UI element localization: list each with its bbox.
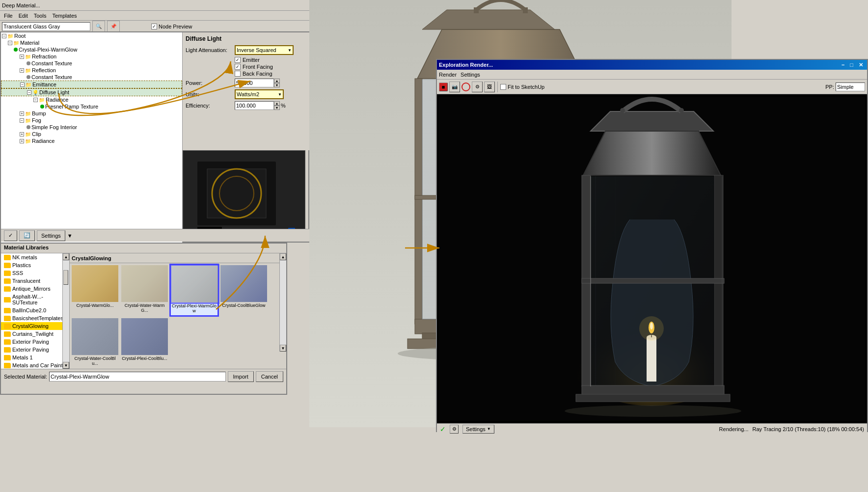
expand-material[interactable]: − xyxy=(8,41,12,45)
menu-tools[interactable]: Tools xyxy=(31,13,50,19)
tree-item-refraction[interactable]: + 📁 Refraction xyxy=(1,53,182,60)
lib-ext-paving-2[interactable]: Exterior Paving xyxy=(1,346,69,354)
menu-templates[interactable]: Templates xyxy=(49,13,80,19)
thumb-crystal-plexi-warm[interactable]: Crystal-Plexi-WarmGlow xyxy=(171,265,217,315)
tree-item-diffuse-light[interactable]: − 💡 Diffuse Light xyxy=(1,88,182,96)
reset-button[interactable]: 🔄 xyxy=(19,230,35,241)
attenuation-dropdown[interactable]: Inverse Squared ▼ xyxy=(235,45,294,55)
front-facing-checkbox[interactable]: ✓ xyxy=(235,64,241,70)
search-input[interactable] xyxy=(2,22,90,31)
bump-icon: 📁 xyxy=(25,111,31,116)
expand-emittance[interactable]: − xyxy=(20,82,25,87)
tree-label-fog-interior: Simple Fog Interior xyxy=(31,124,77,130)
back-facing-checkbox[interactable] xyxy=(235,71,241,77)
render-menu-render[interactable]: Render xyxy=(439,72,457,78)
lib-ballin[interactable]: BallInCube2.0 xyxy=(1,306,69,314)
lib-ext-paving-1[interactable]: Exterior Paving xyxy=(1,338,69,346)
lib-plastics[interactable]: Plastics xyxy=(1,261,69,269)
expand-diffuse-light[interactable]: − xyxy=(27,90,31,95)
thumb-crystal-cool-blue[interactable]: Crystal-CoolBlueGlow xyxy=(220,265,267,315)
render-status-text: Rendering... xyxy=(719,426,749,432)
tree-item-bump[interactable]: + 📁 Bump xyxy=(1,110,182,117)
svg-point-43 xyxy=(639,316,664,341)
maximize-btn[interactable]: □ xyxy=(848,62,855,68)
tree-item-emittance[interactable]: − 📁 Emittance xyxy=(1,81,182,88)
scroll-thumb[interactable] xyxy=(63,270,68,285)
expand-radiance-1[interactable]: − xyxy=(33,98,38,102)
tree-item-root[interactable]: − 📁 Root xyxy=(1,32,182,39)
menu-edit[interactable]: Edit xyxy=(16,13,31,19)
tree-item-const-tex-1[interactable]: Constant Texture xyxy=(1,60,182,67)
pp-input[interactable] xyxy=(836,82,865,91)
tree-item-fresnel[interactable]: Fresnel Ramp Texture xyxy=(1,103,182,110)
expand-radiance-2[interactable]: + xyxy=(20,139,24,143)
lib-metals-car[interactable]: Metals and Car Paints xyxy=(1,361,69,369)
minimize-btn[interactable]: − xyxy=(840,62,846,68)
expand-bump[interactable]: + xyxy=(20,111,24,116)
thumb-crystal-warm[interactable]: Crystal-WarmGlo... xyxy=(72,265,118,315)
lib-crystal-glowing[interactable]: CrystalGlowing xyxy=(1,322,69,330)
tree-item-const-tex-2[interactable]: Constant Texture xyxy=(1,74,182,81)
thumb-crystal-plexi-cool[interactable]: Crystal-Plexi-CoolBlu... xyxy=(121,318,168,367)
camera-btn[interactable]: 📷 xyxy=(449,82,460,92)
efficiency-up[interactable]: ▲ xyxy=(274,101,280,106)
close-btn[interactable]: ✕ xyxy=(857,62,865,68)
thumb-crystal-water-cool[interactable]: Crystal-Water-CoolBlu... xyxy=(72,318,118,367)
lib-metals-1[interactable]: Metals 1 xyxy=(1,354,69,361)
render-settings-btn[interactable]: Settings ▼ xyxy=(462,425,494,434)
power-down[interactable]: ▼ xyxy=(274,83,280,87)
render-circle-icon xyxy=(461,82,470,91)
power-input[interactable] xyxy=(235,79,274,87)
render-btn-4[interactable]: ⚙ xyxy=(472,82,483,92)
render-menu-settings[interactable]: Settings xyxy=(461,72,480,78)
render-settings-icon[interactable]: ⚙ xyxy=(450,425,459,434)
lib-basic[interactable]: BasicsheetTemplates xyxy=(1,314,69,322)
tree-item-radiance-2[interactable]: + 📁 Radiance xyxy=(1,137,182,144)
render-btn-5[interactable]: 🖼 xyxy=(484,82,495,92)
tree-item-crystal[interactable]: Crystal-Plexi-WarmGlow xyxy=(1,46,182,53)
radiance-1-icon: 📁 xyxy=(39,97,45,103)
power-up[interactable]: ▲ xyxy=(274,79,280,83)
pin-button[interactable]: 📌 xyxy=(107,21,120,32)
render-separator-1 xyxy=(497,82,498,92)
tree-label-radiance-2: Radiance xyxy=(32,138,54,144)
thumb-scroll-down[interactable]: ▼ xyxy=(280,345,286,352)
lib-sss[interactable]: SSS xyxy=(1,269,69,277)
efficiency-input[interactable] xyxy=(235,101,274,110)
settings-button[interactable]: Settings xyxy=(37,230,65,241)
selected-material-input[interactable] xyxy=(49,372,226,382)
menu-file[interactable]: File xyxy=(1,13,16,19)
expand-root[interactable]: − xyxy=(2,34,6,38)
accept-button[interactable]: ✓ xyxy=(4,230,17,241)
emitter-checkbox[interactable]: ✓ xyxy=(235,57,241,63)
tree-item-fog[interactable]: − 📁 Fog xyxy=(1,117,182,124)
units-dropdown[interactable]: Watts/m2 ▼ xyxy=(235,89,284,99)
fit-sketchup-checkbox[interactable] xyxy=(500,84,506,90)
lib-curtains[interactable]: Curtains_Twilight xyxy=(1,330,69,338)
lib-translucent[interactable]: Translucent xyxy=(1,277,69,285)
search-button[interactable]: 🔍 xyxy=(92,21,105,32)
expand-clip[interactable]: + xyxy=(20,132,24,137)
scroll-up-btn[interactable]: ▲ xyxy=(63,253,69,260)
tree-item-clip[interactable]: + 📁 Clip xyxy=(1,131,182,137)
tree-item-fog-interior[interactable]: Simple Fog Interior xyxy=(1,124,182,131)
properties-panel: Diffuse Light Light Attenuation: Inverse… xyxy=(183,32,310,150)
scroll-down-btn[interactable]: ▼ xyxy=(63,362,69,369)
thumb-crystal-water-warm[interactable]: Crystal-Water-WarmG... xyxy=(121,265,168,315)
expand-fog[interactable]: − xyxy=(20,118,24,123)
lib-antique[interactable]: Antique_Mirrors xyxy=(1,285,69,293)
lib-asphalt[interactable]: Asphalt-W...-SUTexture xyxy=(1,293,69,306)
tree-item-material[interactable]: − 📁 Material xyxy=(1,39,182,46)
checkbox-group: ✓ Emitter ✓ Front Facing Back Facing xyxy=(235,57,307,77)
tree-item-reflection[interactable]: + 📁 Reflection xyxy=(1,67,182,74)
render-toolbar: ■ 📷 ⚙ 🖼 Fit to SketchUp PP: xyxy=(437,80,867,94)
cancel-button[interactable]: Cancel xyxy=(256,371,283,382)
efficiency-down[interactable]: ▼ xyxy=(274,106,280,110)
lib-nk-metals[interactable]: NK metals xyxy=(1,253,69,261)
expand-refraction[interactable]: + xyxy=(20,55,24,59)
expand-reflection[interactable]: + xyxy=(20,68,24,73)
stop-render-btn[interactable]: ■ xyxy=(439,82,448,91)
tree-item-radiance-1[interactable]: − 📁 Radiance xyxy=(1,96,182,103)
import-button[interactable]: Import xyxy=(228,371,254,382)
node-preview-checkbox[interactable]: ✓ xyxy=(151,24,157,29)
